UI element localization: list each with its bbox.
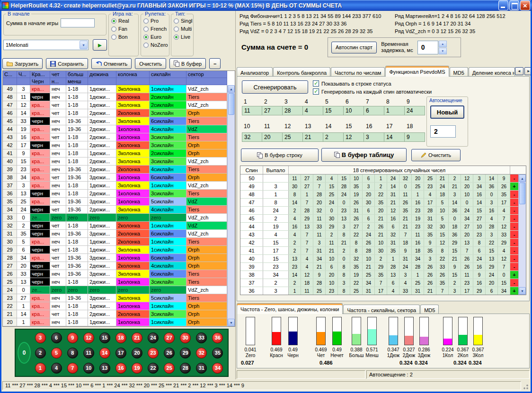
roulette-number-15[interactable]: 15	[99, 332, 110, 343]
save-button[interactable]: Сохранить	[46, 58, 88, 69]
history-row[interactable]: 3424чернчет19-362дюжи...Зколонка4сиклайн…	[3, 206, 235, 214]
clear-button[interactable]: Очистить	[135, 58, 166, 69]
history-row[interactable]: 2720чернчет19-362дюжи...2колонка4сиклайн…	[3, 262, 235, 270]
generated-row[interactable]: 434471128222421327113515362023333-	[240, 231, 526, 239]
copy-to-buffer-button[interactable]: В буфер	[169, 58, 206, 69]
autospin-start-button[interactable]: Автоспин старт	[331, 42, 377, 53]
roulette-number-10[interactable]: 10	[83, 363, 94, 374]
clear-generated-button[interactable]: Очистить	[411, 149, 461, 161]
tab-6[interactable]: Деление колеса на	[469, 67, 515, 77]
grid-value-cell[interactable]: 1	[384, 106, 405, 115]
roulette-number-5[interactable]: 5	[51, 348, 62, 358]
tab-2[interactable]: Контроль банкролла	[273, 67, 330, 77]
generated-row[interactable]: 4215273112182610311816912291382229-	[240, 239, 526, 247]
history-row[interactable]: 4419кра...неч19-362дюжи...1колонка4сикла…	[3, 125, 235, 133]
history-row[interactable]: 330zе...zerozerozerozerozeroVdZ_zch	[3, 214, 235, 222]
roulette-number-16[interactable]: 16	[115, 363, 126, 374]
generated-row[interactable]: 3834141292081925351331262615119240+	[240, 271, 526, 279]
autoshift-value-input[interactable]: 2	[430, 125, 456, 138]
minimize-button[interactable]	[498, 0, 508, 10]
radio-option-fan[interactable]: Fan	[109, 25, 138, 33]
roulette-number-22[interactable]: 22	[148, 363, 159, 374]
grid-value-cell[interactable]: 15	[323, 106, 344, 115]
generate-each-spin-checkbox[interactable]: Генерировать на каждый спин автоматическ…	[313, 88, 432, 95]
delay-value[interactable]: 0	[417, 41, 438, 54]
roulette-number-3[interactable]: 3	[35, 332, 46, 343]
generated-row[interactable]: 452429113013266211621193150342747-	[240, 215, 526, 223]
generated-row[interactable]: 4117273121282830359183581576154-	[240, 247, 526, 255]
grid-value-cell[interactable]: 32	[242, 132, 262, 142]
grid-value-cell[interactable]: 4	[303, 106, 323, 115]
roulette-number-12[interactable]: 12	[83, 332, 94, 343]
roulette-number-18[interactable]: 18	[115, 332, 126, 343]
history-row[interactable]: 4712кра...чет1-181дюжи...Зколонка2сиклай…	[3, 101, 235, 109]
grid-value-cell[interactable]: 25	[283, 132, 303, 142]
radio-option-bon[interactable]: Bon	[109, 33, 138, 41]
generated-row[interactable]: 40151343410032102131343222126241312-	[240, 255, 526, 263]
history-row[interactable]: 4811черннеч1-181дюжи...2колонка2сиклайнT…	[3, 93, 235, 101]
history-row[interactable]: 419кра...неч1-181дюжи...Зколонка2сиклайн…	[3, 149, 235, 157]
resize-grip[interactable]	[523, 384, 529, 390]
roulette-number-33[interactable]: 33	[196, 332, 207, 343]
grid-value-cell[interactable]: 20	[262, 132, 283, 142]
radio-option-live[interactable]: Live	[171, 33, 193, 41]
load-button[interactable]: Загрузить	[2, 58, 43, 69]
titlebar[interactable]: HelperRoullet 4.32- create helperroullet…	[0, 0, 532, 11]
copy-table-to-buffer-button[interactable]: В буфер таблицу	[321, 148, 407, 162]
tab-3[interactable]: Частоты по числам	[331, 67, 385, 77]
roulette-number-30[interactable]: 30	[180, 332, 191, 343]
history-scrollbar[interactable]: ▲▼	[227, 85, 235, 326]
generated-row[interactable]: 372218281032234764252635223162015-	[240, 279, 526, 287]
radio-option-euro[interactable]: Euro	[141, 33, 169, 41]
history-row[interactable]: 3135черннеч19-363дюжи...2колонка6сиклайн…	[3, 230, 235, 238]
generated-table-scrollbar[interactable]: ▲▼	[518, 175, 526, 295]
grid-value-cell[interactable]: 9	[405, 132, 425, 142]
roulette-number-34[interactable]: 34	[212, 363, 223, 374]
tab-4[interactable]: Функционал PsevdoMS	[385, 66, 449, 77]
history-row[interactable]: 3613черннеч1-182дюжи...1колонка3сиклайнT…	[3, 190, 235, 198]
grid-value-cell[interactable]: 2	[323, 132, 344, 142]
generated-row[interactable]: 39232342168352129282428263392616297-	[240, 263, 526, 271]
roulette-number-2[interactable]: 2	[35, 348, 46, 358]
roulette-number-9[interactable]: 9	[67, 332, 78, 343]
history-row[interactable]: 373кра...неч1-181дюжи...Зколонка1сиклайн…	[3, 182, 235, 190]
tab-5[interactable]: MD5	[450, 67, 468, 77]
history-row[interactable]: 221кра...неч1-181дюжи...1колонка1сиклайн…	[3, 302, 235, 310]
roulette-number-21[interactable]: 21	[132, 332, 142, 343]
tab-scroll-left-icon[interactable]	[515, 67, 523, 75]
scroll-down-icon[interactable]: ▼	[228, 319, 235, 326]
collapse-button[interactable]: −	[209, 58, 221, 69]
history-row[interactable]: 2114кра...чет1-182дюжи...2колонка3сиклай…	[3, 310, 235, 318]
chevron-down-icon[interactable]	[80, 41, 88, 49]
roulette-number-31[interactable]: 31	[196, 363, 207, 374]
roulette-number-23[interactable]: 23	[148, 348, 159, 358]
generated-row[interactable]: 50112728415106124322025212123149-	[240, 175, 526, 183]
scroll-thumb[interactable]	[228, 93, 234, 115]
spinner-up-button[interactable]	[439, 41, 447, 47]
new-button[interactable]: Новый	[430, 105, 464, 119]
history-row[interactable]: 322чернчет1-181дюжи...2колонка1сиклайнVd…	[3, 222, 235, 230]
play-button[interactable]	[93, 39, 107, 51]
history-row[interactable]: 3923кра...неч19-362дюжи...2колонка4сикла…	[3, 166, 235, 174]
generated-row[interactable]: 49330277152835321402523242120343626+	[240, 183, 526, 191]
grid-value-cell[interactable]: 14	[384, 132, 405, 142]
roulette-number-4[interactable]: 4	[51, 363, 62, 374]
freq-tab-2[interactable]: Частота - сиклайны, сектора	[343, 305, 420, 314]
roulette-number-19[interactable]: 19	[132, 363, 142, 374]
grid-value-cell[interactable]: 28	[283, 106, 303, 115]
radio-option-pro[interactable]: Pro	[141, 17, 169, 25]
roulette-number-17[interactable]: 17	[115, 348, 126, 358]
scroll-track[interactable]	[519, 182, 526, 287]
generated-row[interactable]: 4419161333293272266212332301827102812-	[240, 223, 526, 231]
grid-value-cell[interactable]: 12	[344, 132, 364, 142]
generated-row[interactable]: 481812825241920223111141831016035-	[240, 191, 526, 199]
roulette-number-35[interactable]: 35	[212, 348, 223, 358]
preset-combobox[interactable]: 1Melonati	[3, 40, 89, 50]
radio-option-french[interactable]: French	[141, 25, 169, 33]
maximize-button[interactable]	[509, 0, 519, 10]
history-row[interactable]: 4533черннеч19-363дюжи...Зколонка6сиклайн…	[3, 117, 235, 125]
roulette-number-36[interactable]: 36	[212, 332, 223, 343]
roulette-number-1[interactable]: 1	[35, 363, 46, 374]
history-row[interactable]: 3525кра...неч19-363дюжи...1колонка5сикла…	[3, 198, 235, 206]
roulette-number-6[interactable]: 6	[51, 332, 62, 343]
